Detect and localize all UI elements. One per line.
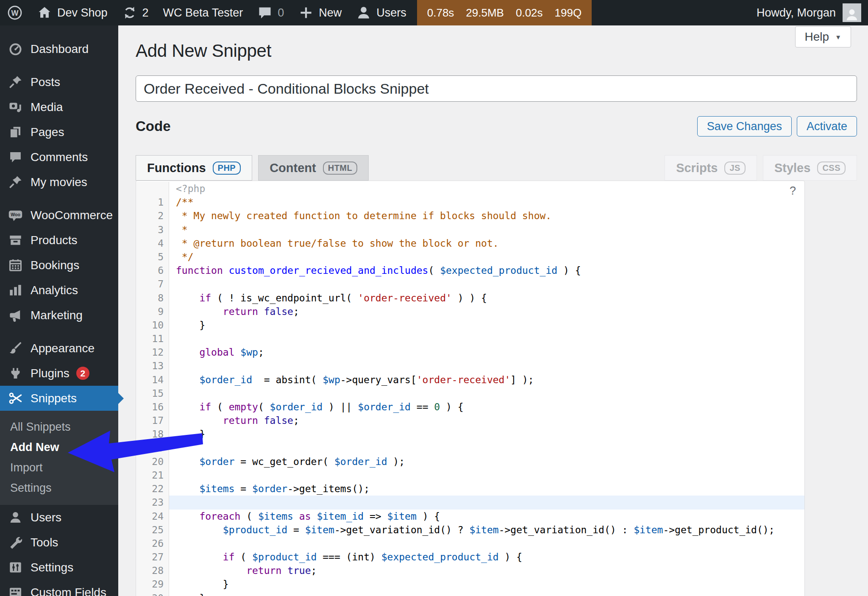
query-monitor-summary[interactable]: 0.78s 29.5MB 0.02s 199Q [417,0,592,25]
submenu-item-all-snippets[interactable]: All Snippets [0,417,118,437]
sidebar-item-custom-fields[interactable]: Custom Fields [0,580,118,596]
code-line-text [169,441,804,455]
sidebar-item-settings[interactable]: Settings [0,555,118,580]
line-number: 16 [136,400,169,414]
sidebar-item-tools[interactable]: Tools [0,530,118,555]
wordpress-menu[interactable]: W [0,0,30,25]
code-line[interactable]: 23 [136,496,804,509]
submenu-item-add-new[interactable]: Add New [0,437,118,457]
users-label: Users [376,6,406,19]
sidebar-item-analytics[interactable]: Analytics [0,278,118,303]
code-line[interactable]: 14 $order_id = absint( $wp->query_vars['… [136,373,804,387]
code-line[interactable]: 25 $product_id = $item->get_variation_id… [136,523,804,537]
code-line[interactable]: 16 if ( empty( $order_id ) || $order_id … [136,400,804,414]
avatar[interactable] [843,3,861,22]
howdy-text[interactable]: Howdy, Morgan [757,6,836,19]
code-line[interactable]: 13 [136,359,804,373]
code-line[interactable]: 22 $items = $order->get_items(); [136,482,804,496]
code-line-text [169,359,804,373]
sidebar-item-media[interactable]: Media [0,95,118,120]
avatar-person-icon [845,8,859,22]
home-icon [37,5,52,20]
code-type-tabs: FunctionsPHPContentHTML ScriptsJSStylesC… [136,155,857,181]
code-line[interactable]: 30 } [136,591,804,596]
line-number: 21 [136,468,169,482]
code-line-text: $items = $order->get_items(); [169,482,804,496]
tab-content[interactable]: ContentHTML [258,155,369,181]
code-line[interactable]: 11 [136,332,804,345]
code-line[interactable]: <?php [136,182,804,195]
sidebar-item-plugins[interactable]: Plugins2 [0,361,118,386]
code-line[interactable]: 7 [136,277,804,291]
chevron-down-icon: ▼ [835,33,841,41]
line-number: 3 [136,223,169,237]
help-label: Help [805,30,829,44]
sidebar-item-appearance[interactable]: Appearance [0,336,118,361]
code-line-text [169,537,804,550]
code-line-text: $order = wc_get_order( $order_id ); [169,455,804,468]
site-menu[interactable]: Dev Shop [30,0,115,25]
code-line[interactable]: 1/** [136,195,804,209]
code-line[interactable]: 12 global $wp; [136,345,804,359]
code-line[interactable]: 26 [136,537,804,550]
sidebar-item-dashboard[interactable]: Dashboard [0,36,118,61]
sidebar-item-label: Dashboard [31,42,89,56]
code-line[interactable]: 3 * [136,223,804,237]
code-line[interactable]: 17 return false; [136,414,804,427]
updates-menu[interactable]: 2 [115,0,156,25]
sidebar-item-users[interactable]: Users [0,505,118,530]
code-line[interactable]: 8 if ( ! is_wc_endpoint_url( 'order-rece… [136,291,804,305]
code-line[interactable]: 10 } [136,318,804,332]
qm-db-time: 0.02s [516,6,543,19]
code-line[interactable]: 20 $order = wc_get_order( $order_id ); [136,455,804,468]
code-line[interactable]: 4 * @return boolean true/false to show t… [136,237,804,250]
code-line[interactable]: 27 if ( $product_id === (int) $expected_… [136,550,804,564]
code-line[interactable]: 21 [136,468,804,482]
tab-label: Scripts [676,161,718,175]
sidebar-item-posts[interactable]: Posts [0,70,118,95]
woo-icon: Woo [7,208,24,222]
code-line[interactable]: 2 * My newly created function to determi… [136,209,804,223]
code-section-header: Code Save Changes Activate [136,116,857,136]
sidebar-item-woocommerce[interactable]: WooWooCommerce [0,203,118,228]
code-line[interactable]: 9 return false; [136,305,804,318]
wc-beta-tester-menu[interactable]: WC Beta Tester [156,0,250,25]
qm-page-time: 0.78s [427,6,454,19]
help-button[interactable]: Help ▼ [795,26,851,47]
code-line[interactable]: 18 } [136,427,804,441]
comments-menu[interactable]: 0 [250,0,291,25]
submenu-item-settings[interactable]: Settings [0,478,118,498]
save-changes-button[interactable]: Save Changes [697,116,792,136]
code-line[interactable]: 5 */ [136,250,804,264]
line-number [136,182,169,195]
submenu-item-import[interactable]: Import [0,457,118,478]
snippet-title-input[interactable] [136,75,857,102]
sidebar-item-comments[interactable]: Comments [0,145,118,170]
tab-language-badge: PHP [213,162,241,175]
sidebar-item-snippets[interactable]: Snippets [0,386,118,411]
comment-icon [7,150,24,164]
sidebar-item-label: Users [31,511,61,524]
code-line[interactable]: 19 [136,441,804,455]
code-line[interactable]: 28 return true; [136,564,804,577]
line-number: 27 [136,550,169,564]
editor-help-icon[interactable]: ? [790,184,796,198]
activate-button[interactable]: Activate [797,116,857,136]
sidebar-item-marketing[interactable]: Marketing [0,303,118,328]
code-line-text: * My newly created function to determine… [169,209,804,223]
code-line[interactable]: 24 foreach ( $items as $item_id => $item… [136,510,804,523]
new-content-menu[interactable]: New [291,0,349,25]
sidebar-item-my-movies[interactable]: My movies [0,170,118,195]
sidebar-item-bookings[interactable]: Bookings [0,253,118,278]
sidebar-item-pages[interactable]: Pages [0,120,118,145]
code-line-text: function custom_order_recieved_and_inclu… [169,264,804,277]
code-line[interactable]: 15 [136,387,804,400]
code-editor[interactable]: <?php1/**2 * My newly created function t… [136,181,805,596]
line-number: 23 [136,496,169,509]
code-line[interactable]: 29 } [136,577,804,591]
sidebar-item-products[interactable]: Products [0,228,118,253]
calendar-icon [7,258,24,272]
users-menu[interactable]: Users [349,0,414,25]
tab-functions[interactable]: FunctionsPHP [136,155,252,181]
code-line[interactable]: 6function custom_order_recieved_and_incl… [136,264,804,277]
